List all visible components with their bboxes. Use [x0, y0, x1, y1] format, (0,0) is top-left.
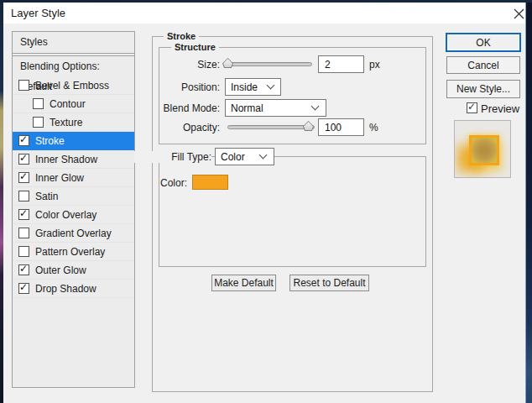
checkmark-icon: ✓ [467, 101, 476, 113]
sidebar-item-list: ✓ Bevel & Emboss ✓ Contour ✓ Texture ✓ S… [13, 76, 134, 298]
blend-mode-label: Blend Mode: [136, 102, 220, 114]
sidebar-header-styles[interactable]: Styles [13, 32, 134, 54]
sidebar-item-color-overlay[interactable]: ✓ Color Overlay [13, 206, 134, 224]
checkmark-icon: ✓ [19, 281, 28, 293]
layer-style-dialog: Layer Style Styles Blending Options: Def… [0, 0, 532, 403]
fill-type-label: Fill Type: [134, 151, 211, 163]
chevron-down-icon [267, 81, 275, 90]
structure-group-title: Structure [171, 42, 219, 52]
size-unit: px [369, 59, 380, 71]
backdrop-right-strip [525, 3, 532, 403]
style-checkbox[interactable]: ✓ [18, 154, 29, 165]
size-slider-track[interactable] [225, 62, 312, 66]
fill-type-dropdown[interactable]: Color [215, 148, 274, 165]
window-title: Layer Style [11, 7, 65, 19]
style-checkbox[interactable]: ✓ [18, 246, 29, 257]
checkmark-icon: ✓ [19, 207, 28, 219]
checkmark-icon: ✓ [19, 263, 28, 275]
sidebar-item-outer-glow[interactable]: ✓ Outer Glow [13, 261, 134, 280]
opacity-slider-track[interactable] [227, 125, 315, 129]
opacity-input[interactable] [318, 118, 364, 136]
style-checkbox[interactable]: ✓ [33, 98, 44, 109]
sidebar-item-contour[interactable]: ✓ Contour [13, 95, 134, 113]
style-checkbox[interactable]: ✓ [18, 209, 29, 220]
sidebar-item-inner-glow[interactable]: ✓ Inner Glow [13, 169, 134, 187]
new-style-button[interactable]: New Style... [446, 80, 520, 98]
sidebar-item-texture[interactable]: ✓ Texture [13, 113, 134, 132]
position-label: Position: [136, 81, 220, 93]
size-label: Size: [136, 59, 220, 71]
sidebar-item-stroke[interactable]: ✓ Stroke [13, 132, 134, 150]
sidebar-item-label: Inner Glow [35, 172, 84, 184]
style-checkbox[interactable]: ✓ [18, 228, 29, 238]
chevron-down-icon [259, 151, 268, 160]
reset-to-default-button[interactable]: Reset to Default [289, 275, 369, 291]
sidebar-item-drop-shadow[interactable]: ✓ Drop Shadow [13, 280, 134, 298]
style-checkbox[interactable]: ✓ [18, 283, 29, 294]
size-slider-thumb[interactable] [222, 58, 233, 68]
checkmark-icon: ✓ [19, 170, 28, 182]
checkmark-icon: ✓ [19, 152, 28, 164]
sidebar-item-label: Gradient Overlay [35, 228, 112, 239]
style-checkbox[interactable]: ✓ [33, 117, 44, 128]
sidebar-item-label: Outer Glow [35, 264, 86, 276]
opacity-label: Opacity: [136, 122, 220, 133]
position-dropdown[interactable]: Inside [225, 78, 281, 96]
style-checkbox[interactable]: ✓ [18, 172, 29, 183]
sidebar-item-label: Satin [35, 191, 58, 202]
sidebar-item-label: Contour [50, 98, 86, 110]
color-label: Color: [134, 177, 187, 189]
sidebar-item-label: Drop Shadow [35, 283, 96, 295]
opacity-slider-thumb[interactable] [303, 121, 314, 131]
sidebar-item-pattern-overlay[interactable]: ✓ Pattern Overlay [13, 243, 134, 261]
size-input[interactable] [318, 55, 364, 73]
style-checkbox[interactable]: ✓ [18, 264, 29, 275]
style-checkbox[interactable]: ✓ [18, 80, 29, 91]
sidebar-item-label: Stroke [35, 135, 65, 147]
preview-checkbox[interactable]: ✓ [467, 102, 477, 113]
preview-label: Preview [481, 102, 519, 115]
sidebar-item-inner-shadow[interactable]: ✓ Inner Shadow [13, 150, 134, 169]
sidebar-item-label: Bevel & Emboss [35, 80, 109, 92]
styles-sidebar: Styles Blending Options: Default ✓ Bevel… [12, 31, 135, 388]
fill-type-value: Color [221, 151, 245, 163]
sidebar-item-satin[interactable]: ✓ Satin [13, 187, 134, 206]
style-checkbox[interactable]: ✓ [18, 191, 29, 202]
position-value: Inside [231, 81, 258, 93]
sidebar-item-gradient-overlay[interactable]: ✓ Gradient Overlay [13, 224, 134, 243]
style-preview-thumbnail [454, 120, 511, 178]
preview-stroke-square [469, 135, 499, 165]
close-button[interactable] [510, 6, 527, 21]
stroke-group-title: Stroke [164, 31, 199, 41]
sidebar-item-blending-options[interactable]: Blending Options: Default [13, 55, 134, 76]
cancel-button[interactable]: Cancel [446, 56, 520, 74]
blend-mode-dropdown[interactable]: Normal [225, 99, 326, 117]
close-icon [514, 8, 524, 19]
blend-mode-value: Normal [231, 102, 263, 114]
sidebar-item-label: Color Overlay [35, 209, 96, 221]
title-bar: Layer Style [3, 3, 525, 24]
sidebar-item-label: Texture [50, 117, 82, 128]
checkmark-icon: ✓ [19, 133, 28, 145]
color-swatch[interactable] [192, 175, 228, 190]
opacity-unit: % [369, 122, 378, 133]
chevron-down-icon [311, 102, 320, 111]
fill-type-group-box [159, 156, 426, 267]
style-checkbox[interactable]: ✓ [18, 135, 29, 146]
sidebar-item-label: Inner Shadow [35, 154, 97, 165]
sidebar-item-label: Pattern Overlay [35, 246, 105, 258]
ok-button[interactable]: OK [446, 33, 521, 52]
make-default-button[interactable]: Make Default [211, 275, 276, 291]
